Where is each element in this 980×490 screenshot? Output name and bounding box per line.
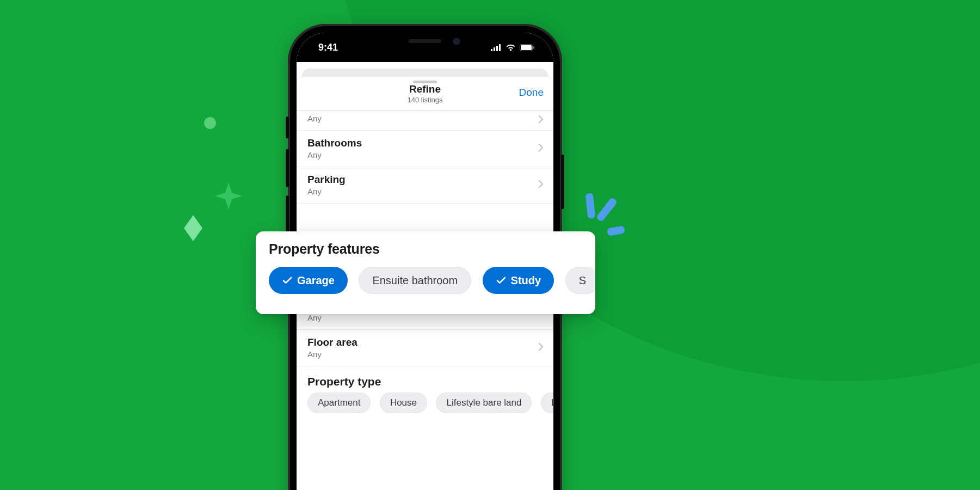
svg-rect-6 — [533, 46, 534, 49]
burst-accent-icon — [587, 193, 641, 242]
filter-row-bedrooms[interactable]: Bedrooms Any — [297, 111, 553, 131]
status-time: 9:41 — [318, 42, 338, 53]
phone-mute-switch — [286, 117, 289, 138]
filter-value: Any — [307, 114, 543, 123]
phone-volume-up — [286, 149, 289, 187]
pill-label: S — [579, 274, 586, 287]
filter-row-parking[interactable]: Parking Any — [297, 167, 553, 204]
filter-label: Floor area — [307, 336, 543, 348]
sheet-header: Refine 140 listings Done — [297, 77, 553, 111]
feature-pill-ensuite[interactable]: Ensuite bathroom — [359, 267, 471, 294]
chevron-right-icon — [538, 342, 544, 353]
promo-background: 9:41 Refine — [0, 0, 980, 490]
svg-rect-2 — [496, 46, 498, 51]
svg-rect-0 — [491, 49, 492, 51]
cellular-signal-icon — [491, 44, 502, 51]
feature-pill-garage[interactable]: Garage — [269, 267, 348, 294]
check-icon — [282, 275, 293, 286]
feature-pill-row: Garage Ensuite bathroom Study S — [269, 267, 595, 294]
phone-power-button — [561, 155, 564, 209]
property-type-chips: Apartment House Lifestyle bare land Life… — [297, 393, 553, 419]
property-features-card: Property features Garage Ensuite bathroo… — [256, 231, 595, 314]
filter-row-floor-area[interactable]: Floor area Any — [297, 330, 553, 366]
sparkle-diamond-icon — [184, 215, 202, 241]
wifi-icon — [506, 44, 516, 51]
check-icon — [496, 275, 507, 286]
feature-pill-overflow[interactable]: S — [565, 267, 595, 294]
battery-icon — [520, 44, 535, 51]
phone-notch — [365, 33, 485, 51]
svg-rect-5 — [521, 45, 532, 50]
filter-label: Bathrooms — [307, 137, 543, 149]
property-features-heading: Property features — [269, 241, 595, 257]
sheet-subtitle: 140 listings — [407, 96, 442, 104]
chevron-right-icon — [538, 143, 544, 154]
property-type-heading: Property type — [297, 366, 553, 393]
feature-pill-study[interactable]: Study — [483, 267, 554, 294]
sheet-title: Refine — [407, 83, 442, 95]
done-button[interactable]: Done — [519, 87, 544, 99]
svg-rect-3 — [499, 44, 501, 51]
filter-row-bathrooms[interactable]: Bathrooms Any — [297, 131, 553, 167]
sparkle-dot-icon — [204, 117, 216, 129]
property-type-chip[interactable]: Lifestyle — [541, 393, 553, 413]
pill-label: Garage — [297, 274, 335, 287]
filter-label: Bedrooms — [307, 111, 543, 113]
filter-value: Any — [307, 187, 543, 196]
filter-value: Any — [307, 313, 543, 322]
filter-label: Parking — [307, 174, 543, 186]
sparkle-star-icon — [215, 182, 242, 210]
phone-volume-down — [286, 195, 289, 234]
filter-value: Any — [307, 150, 543, 160]
property-type-chip[interactable]: Lifestyle bare land — [436, 393, 532, 413]
pill-label: Study — [511, 274, 541, 287]
property-type-chip[interactable]: Apartment — [307, 393, 371, 413]
property-type-chip[interactable]: House — [380, 393, 427, 413]
chevron-right-icon — [538, 180, 544, 191]
svg-rect-1 — [494, 47, 495, 51]
chevron-right-icon — [538, 115, 544, 126]
pill-label: Ensuite bathroom — [372, 274, 458, 287]
filter-value: Any — [307, 350, 543, 359]
